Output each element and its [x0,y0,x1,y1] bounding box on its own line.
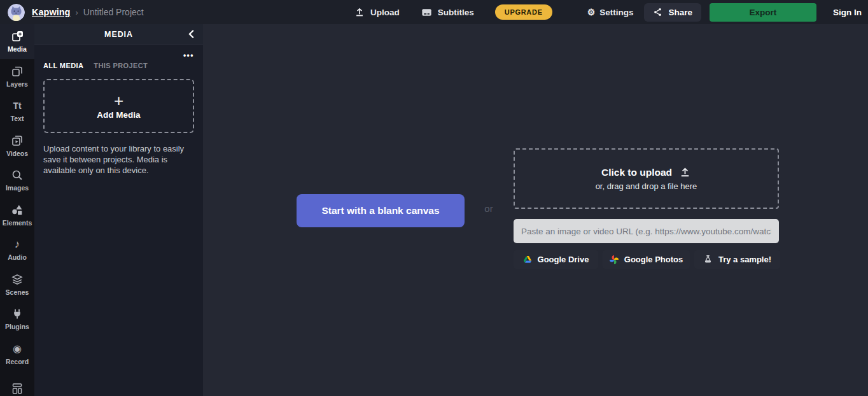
panel-menu-button[interactable]: ••• [183,51,194,60]
breadcrumb-project-title[interactable]: Untitled Project [83,7,144,17]
sidebar-item-media[interactable]: Media [0,24,34,59]
sidebar-item-images[interactable]: Images [0,163,34,198]
or-label: or [479,203,498,214]
sidebar-item-label: Images [6,184,29,192]
breadcrumb-brand[interactable]: Kapwing [32,7,70,17]
layout-icon [11,382,24,395]
sidebar-item-label: Scenes [6,288,29,296]
upload-button[interactable]: Upload [354,6,400,18]
signin-button[interactable]: Sign In [833,8,862,17]
upgrade-button[interactable]: UPGRADE [495,4,552,20]
text-icon: Tt [13,99,21,112]
add-media-label: Add Media [97,110,140,120]
shapes-icon [11,204,24,216]
media-tabs: ALL MEDIA THIS PROJECT [43,62,194,69]
subtitles-label: Subtitles [438,8,474,17]
record-icon: ◉ [13,343,22,355]
google-photos-icon [610,255,619,264]
plus-icon: + [114,93,123,108]
sidebar-item-videos[interactable]: Videos [0,129,34,164]
sidebar-item-record[interactable]: ◉ Record [0,337,34,372]
share-button[interactable]: Share [644,3,701,22]
sidebar-item-label: Media [8,45,27,53]
settings-button[interactable]: ⚙ Settings [587,8,634,17]
google-photos-button[interactable]: Google Photos [603,250,690,269]
media-panel-header: MEDIA [34,24,203,45]
subtitles-icon [421,6,433,18]
chevron-left-icon [186,28,197,40]
sidebar-item-layers[interactable]: Layers [0,59,34,94]
upload-icon [354,6,365,18]
click-to-upload-dropzone[interactable]: Click to upload or, drag and drop a file… [514,148,779,209]
subtitles-button[interactable]: Subtitles [421,6,474,18]
collapse-panel-button[interactable] [186,28,197,40]
videos-icon [11,134,24,147]
media-panel-description: Upload content to your library to easily… [43,143,194,176]
sidebar-item-label: Layers [6,80,28,88]
export-button[interactable]: Export [710,3,816,22]
stack-icon [11,273,24,286]
sidebar-item-scenes[interactable]: Scenes [0,267,34,302]
sidebar-item-label: Audio [8,253,27,261]
share-label: Share [668,8,692,17]
avatar[interactable] [8,4,25,21]
sidebar-item-label: Plugins [5,323,29,330]
layers-icon [11,65,24,78]
sidebar-item-label: Elements [3,219,32,227]
media-icon [11,30,24,43]
sidebar-item-plugins[interactable]: Plugins [0,302,34,337]
topbar: Kapwing › Untitled Project Upload Subtit… [0,0,868,24]
tool-sidebar: Media Layers Tt Text Videos [0,24,34,396]
google-drive-button[interactable]: Google Drive [514,250,598,269]
settings-label: Settings [599,8,633,17]
flask-icon [703,255,713,264]
sidebar-item-label: Record [6,358,29,365]
google-drive-label: Google Drive [538,255,589,264]
media-panel: MEDIA ••• ALL MEDIA THIS PROJECT + Add M… [34,24,203,396]
sidebar-item-templates[interactable] [0,378,34,396]
upload-label: Upload [370,8,400,17]
topbar-right-group: ⚙ Settings Share Export Sign In [587,0,862,24]
upload-box-subtitle: or, drag and drop a file here [596,181,697,191]
editor-canvas: Start with a blank canvas or Click to up… [203,24,868,396]
upload-icon [679,166,691,178]
gear-icon: ⚙ [587,8,596,17]
quick-import-row: Google Drive Google Photos Try a sample! [514,250,780,269]
sidebar-item-label: Text [11,115,24,122]
upload-box-title: Click to upload [601,167,672,178]
sidebar-item-audio[interactable]: ♪ Audio [0,232,34,267]
tab-this-project[interactable]: THIS PROJECT [94,62,148,69]
sidebar-item-label: Videos [6,150,28,157]
media-panel-body: ••• ALL MEDIA THIS PROJECT + Add Media U… [34,45,203,396]
panel-title: MEDIA [104,30,133,39]
try-sample-label: Try a sample! [718,255,771,264]
share-icon [653,7,662,17]
breadcrumb-separator: › [75,8,78,17]
topbar-center-group: Upload Subtitles UPGRADE [354,0,552,24]
sidebar-item-elements[interactable]: Elements [0,198,34,233]
tab-all-media[interactable]: ALL MEDIA [43,62,83,69]
search-icon [11,169,24,181]
start-blank-canvas-button[interactable]: Start with a blank canvas [297,194,465,227]
add-media-button[interactable]: + Add Media [43,79,194,133]
cat-avatar-icon [8,4,25,21]
music-note-icon: ♪ [15,238,20,251]
google-photos-label: Google Photos [624,255,683,264]
try-sample-button[interactable]: Try a sample! [694,250,780,269]
google-drive-icon [523,255,532,264]
plug-icon [11,308,24,320]
url-input[interactable] [514,219,779,243]
sidebar-item-text[interactable]: Tt Text [0,94,34,129]
